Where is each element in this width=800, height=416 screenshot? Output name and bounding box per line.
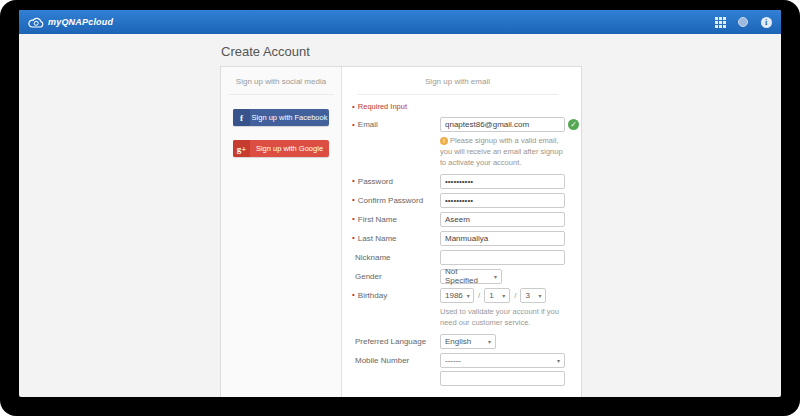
email-input[interactable] [440, 117, 565, 132]
info-icon[interactable]: i [760, 16, 772, 28]
google-plus-icon: g+ [233, 140, 250, 157]
warning-icon: ! [440, 137, 448, 145]
birthday-hint: Used to validate your account if you nee… [440, 307, 565, 329]
language-select[interactable]: English ▾ [440, 334, 496, 349]
date-separator: / [514, 291, 516, 300]
nickname-label: Nickname [350, 253, 440, 262]
facebook-button-label: Sign up with Facebook [250, 109, 329, 126]
caret-down-icon: ▾ [534, 292, 541, 299]
date-separator: / [478, 291, 480, 300]
required-bullet-icon: • [352, 234, 355, 242]
first-name-row: • First Name [350, 212, 565, 227]
top-navigation-bar: myQNAPcloud i [19, 10, 781, 34]
mobile-number-input[interactable] [440, 371, 565, 386]
language-globe-icon[interactable] [737, 16, 749, 28]
required-bullet-icon: • [352, 121, 355, 129]
gender-row: Gender Not Specified ▾ [350, 269, 565, 284]
agreement-row: I agree to myQNAPcloud Terms of Service … [352, 395, 565, 397]
facebook-icon: f [233, 109, 250, 126]
password-input[interactable] [440, 174, 565, 189]
last-name-label: • Last Name [350, 234, 440, 243]
required-input-note: • Required Input [352, 102, 565, 111]
language-label: Preferred Language [350, 337, 440, 346]
signup-card: Sign up with social media f Sign up with… [220, 66, 582, 397]
required-bullet-icon: • [352, 177, 355, 185]
email-valid-check-icon: ✓ [568, 119, 579, 130]
email-activation-notice: !Please signup with a valid email, you w… [440, 136, 565, 169]
confirm-password-row: • Confirm Password [350, 193, 565, 208]
caret-down-icon: ▾ [484, 338, 491, 345]
language-row: Preferred Language English ▾ [350, 334, 565, 349]
caret-down-icon: ▾ [498, 292, 505, 299]
page-title: Create Account [221, 44, 310, 59]
password-row: • Password [350, 174, 565, 189]
email-label: • Email [350, 120, 440, 129]
cloud-logo-icon [28, 17, 44, 28]
gender-label: Gender [350, 272, 440, 281]
apps-grid-icon[interactable] [714, 16, 726, 28]
terms-of-service-link[interactable]: Terms of Service [450, 395, 506, 397]
email-signup-panel: Sign up with email • Required Input • Em… [342, 67, 581, 397]
birthday-month-select[interactable]: 1 ▾ [484, 288, 510, 303]
first-name-label: • First Name [350, 215, 440, 224]
email-panel-header: Sign up with email [357, 67, 558, 95]
app-screen: myQNAPcloud i Create Account [19, 10, 781, 397]
signup-facebook-button[interactable]: f Sign up with Facebook [233, 109, 329, 126]
birthday-year-select[interactable]: 1986 ▾ [440, 288, 474, 303]
birthday-label: • Birthday [350, 291, 440, 300]
agreement-text: I agree to myQNAPcloud Terms of Service … [365, 395, 565, 397]
birthday-row: • Birthday 1986 ▾ / 1 ▾ [350, 288, 565, 303]
nickname-row: Nickname [350, 250, 565, 265]
caret-down-icon: ▾ [553, 357, 560, 364]
nickname-input[interactable] [440, 250, 565, 265]
last-name-input[interactable] [440, 231, 565, 246]
confirm-password-label: • Confirm Password [350, 196, 440, 205]
mobile-label: Mobile Number [350, 356, 440, 365]
password-label: • Password [350, 177, 440, 186]
browser-frame: myQNAPcloud i Create Account [0, 0, 800, 416]
required-bullet-icon: • [352, 196, 355, 204]
social-signup-panel: Sign up with social media f Sign up with… [221, 67, 342, 397]
mobile-number-row [350, 371, 565, 386]
last-name-row: • Last Name [350, 231, 565, 246]
google-button-label: Sign up with Google [250, 140, 329, 157]
brand-logo[interactable]: myQNAPcloud [28, 17, 113, 28]
social-panel-header: Sign up with social media [228, 67, 334, 95]
required-bullet-icon: • [352, 215, 355, 223]
required-bullet-icon: • [352, 291, 355, 299]
topbar-icon-group: i [714, 16, 772, 28]
mobile-row: Mobile Number ------ ▾ [350, 353, 565, 368]
caret-down-icon: ▾ [463, 292, 470, 299]
caret-down-icon: ▾ [490, 273, 497, 280]
email-row: • Email ✓ [350, 117, 565, 132]
first-name-input[interactable] [440, 212, 565, 227]
gender-select[interactable]: Not Specified ▾ [440, 269, 502, 284]
brand-name: myQNAPcloud [48, 17, 113, 27]
confirm-password-input[interactable] [440, 193, 565, 208]
required-bullet-icon: • [352, 103, 355, 111]
mobile-country-select[interactable]: ------ ▾ [440, 353, 565, 368]
birthday-day-select[interactable]: 3 ▾ [520, 288, 546, 303]
signup-google-button[interactable]: g+ Sign up with Google [233, 140, 329, 157]
page-content: Create Account Sign up with social media… [19, 34, 781, 397]
